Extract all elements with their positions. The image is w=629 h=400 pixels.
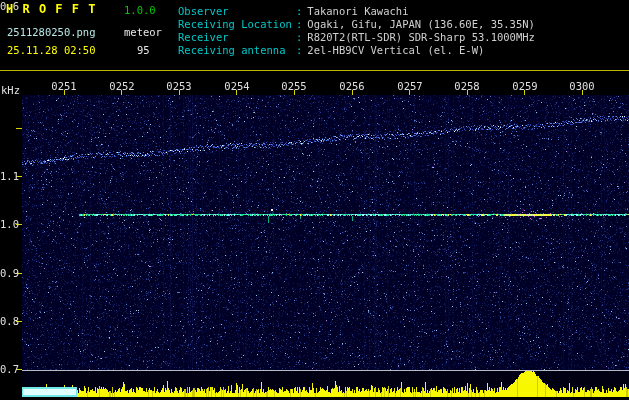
meta-row-location: Receiving Location:Ogaki, Gifu, JAPAN (1… <box>178 18 535 31</box>
x-tick-label: 0252 <box>105 80 139 92</box>
echo-count: 95 <box>137 44 150 56</box>
mode-label: meteor <box>124 26 162 38</box>
x-tick-label: 0254 <box>220 80 254 92</box>
app-version: 1.0.0 <box>124 4 156 16</box>
location-label: Receiving Location <box>178 18 296 31</box>
x-tick-label: 0256 <box>335 80 369 92</box>
y-axis-unit: kHz <box>1 84 20 96</box>
x-tick-label: 0251 <box>47 80 81 92</box>
receiver-value: R820T2(RTL-SDR) SDR-Sharp 53.1000MHz <box>307 31 535 43</box>
observer-value: Takanori Kawachi <box>307 5 408 17</box>
meta-row-antenna: Receiving antenna:2el-HB9CV Vertical (el… <box>178 44 535 57</box>
meta-row-receiver: Receiver:R820T2(RTL-SDR) SDR-Sharp 53.10… <box>178 31 535 44</box>
header-divider-line <box>0 70 629 71</box>
antenna-label: Receiving antenna <box>178 44 296 57</box>
colon: : <box>296 44 302 56</box>
x-tick-label: 0258 <box>450 80 484 92</box>
meta-row-observer: Observer:Takanori Kawachi <box>178 5 535 18</box>
x-tick-label: 0300 <box>565 80 599 92</box>
antenna-value: 2el-HB9CV Vertical (el. E-W) <box>307 44 484 56</box>
header-right: Observer:Takanori Kawachi Receiving Loca… <box>178 5 535 57</box>
datetime-label: 25.11.28 02:50 <box>7 44 96 56</box>
y-tick-label: 0.8 <box>0 315 18 327</box>
x-tick-label: 0253 <box>162 80 196 92</box>
x-tick-label: 0257 <box>393 80 427 92</box>
x-tick-label: 0259 <box>508 80 542 92</box>
location-value: Ogaki, Gifu, JAPAN (136.60E, 35.35N) <box>307 18 535 30</box>
y-tick-label: 0.9 <box>0 267 18 279</box>
spectrogram-canvas <box>0 0 629 400</box>
hrofft-window: H R O F F T 1.0.0 2511280250.png meteor … <box>0 0 629 400</box>
app-title: H R O F F T <box>6 3 96 15</box>
y-tick-label: 1.0 <box>0 218 18 230</box>
observer-label: Observer <box>178 5 296 18</box>
colon: : <box>296 31 302 43</box>
receiver-label: Receiver <box>178 31 296 44</box>
x-tick-label: 0255 <box>277 80 311 92</box>
y-tick-label: 0.6 <box>0 0 18 12</box>
y-tick-label: 1.1 <box>0 170 18 182</box>
colon: : <box>296 5 302 17</box>
colon: : <box>296 18 302 30</box>
output-filename: 2511280250.png <box>7 26 96 38</box>
y-tick-label: 0.7 <box>0 363 18 375</box>
